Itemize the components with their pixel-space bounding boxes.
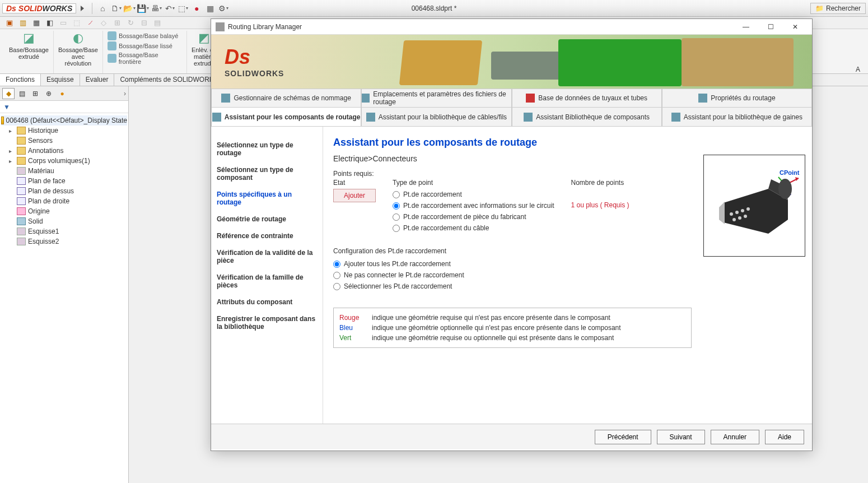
wizard-step[interactable]: Référence de contrainte [216, 227, 318, 244]
tab-cable-library-wizard[interactable]: Assistant pour la bibliothèque de câbles… [361, 108, 511, 127]
radio-input[interactable] [333, 283, 340, 290]
tab-routing-props[interactable]: Propriétés du routage [662, 89, 812, 108]
config-manager-tab[interactable]: ⊞ [29, 88, 41, 99]
tree-item[interactable]: Sensors [1, 136, 127, 146]
wizard-step[interactable]: Vérification de la validité de la pièce [216, 244, 318, 269]
tab-conduit-library-wizard[interactable]: Assistant pour la bibliothèque de gaines [662, 108, 812, 127]
radio-input[interactable] [333, 261, 340, 268]
config-option[interactable]: Sélectionner les Pt.de raccordement [333, 281, 802, 292]
tree-item[interactable]: ▸Corps volumiques(1) [1, 156, 127, 166]
radio-input[interactable] [393, 213, 400, 221]
open-file-icon[interactable]: 📂▾ [124, 3, 134, 13]
tool-icon-2[interactable]: ⬚ [72, 18, 82, 28]
save-icon[interactable]: 💾▾ [138, 3, 148, 13]
options-icon[interactable]: ▦ [205, 3, 215, 13]
design-lib-icon[interactable]: ▥ [18, 18, 28, 28]
prev-button[interactable]: Précédent [595, 430, 651, 444]
minimize-button[interactable]: — [734, 20, 758, 34]
config-option[interactable]: Ajouter tous les Pt.de raccordement [333, 258, 802, 270]
menu-expand-icon[interactable] [81, 6, 84, 11]
tree-item[interactable]: Plan de droite [1, 196, 127, 206]
tool-icon-7[interactable]: ▤ [152, 18, 162, 28]
tool-icon-4[interactable]: ⊞ [112, 18, 122, 28]
expand-icon[interactable]: ▸ [9, 128, 15, 134]
wizard-step[interactable]: Géométrie de routage [216, 211, 318, 227]
component-wiz-icon [212, 113, 221, 122]
select-icon[interactable]: ⬚▾ [178, 3, 188, 13]
point-type-option[interactable]: Pt.de raccordement [393, 189, 554, 200]
tool-icon-6[interactable]: ⊟ [139, 18, 149, 28]
tab-complements[interactable]: Compléments de SOLIDWORKS [114, 74, 224, 86]
radio-input[interactable] [393, 225, 400, 232]
tree-item[interactable]: Origine [1, 206, 127, 216]
tab-esquisse[interactable]: Esquisse [41, 74, 80, 86]
feature-filter[interactable]: ▼ [0, 101, 128, 113]
config-option[interactable]: Ne pas connecter le Pt.de raccordement [333, 270, 802, 281]
point-type-option[interactable]: Pt.de raccordement avec informations sur… [393, 200, 554, 211]
banner-art [211, 35, 812, 89]
tab-evaluer[interactable]: Evaluer [80, 74, 115, 86]
tree-item[interactable]: Plan de face [1, 176, 127, 186]
tab-file-locations[interactable]: Emplacements et paramètres des fichiers … [361, 89, 511, 108]
display-manager-tab[interactable]: ● [56, 88, 68, 99]
document-title: 006468.sldprt * [412, 4, 457, 12]
ribbon-loft[interactable]: Bossage/Base lissé [108, 41, 172, 51]
tree-root[interactable]: 006468 (Défaut<<Défaut>_Display State [1, 115, 127, 126]
ribbon-boundary[interactable]: Bossage/Base frontière [108, 51, 182, 66]
undo-icon[interactable]: ↶▾ [165, 3, 175, 13]
tab-routing-component-wizard[interactable]: Assistant pour les composants de routage [211, 108, 361, 127]
rebuild-icon[interactable]: ● [192, 3, 202, 13]
svg-marker-7 [719, 202, 725, 224]
wizard-step[interactable]: Enregistrer le composant dans la bibliot… [216, 310, 318, 335]
close-button[interactable]: ✕ [783, 20, 808, 34]
add-button[interactable]: Ajouter [333, 189, 376, 202]
tool-icon-1[interactable]: ▭ [58, 18, 68, 28]
tool-icon-5[interactable]: ↻ [125, 18, 136, 28]
cancel-button[interactable]: Annuler [711, 430, 759, 444]
settings-icon[interactable]: ⚙▾ [218, 3, 228, 13]
task-pane-icon[interactable]: ▣ [4, 18, 15, 28]
prop-manager-tab[interactable]: ▤ [16, 88, 28, 99]
panel-expand-icon[interactable]: › [124, 90, 126, 97]
custom-props-icon[interactable]: ◧ [45, 18, 55, 28]
tree-item[interactable]: Esquisse2 [1, 236, 127, 247]
home-icon[interactable]: ⌂ [97, 3, 108, 13]
maximize-button[interactable]: ☐ [758, 20, 783, 34]
wizard-step[interactable]: Sélectionnez un type de composant [216, 161, 318, 186]
tab-fonctions[interactable]: Fonctions [0, 74, 41, 86]
expand-icon[interactable]: ▸ [9, 158, 15, 164]
preview-box: CPoint [703, 155, 805, 257]
feature-tree-tab[interactable]: ◆ [2, 88, 15, 99]
search-button[interactable]: 📁 Rechercher [810, 3, 866, 14]
measure-icon[interactable]: ⟋ [85, 18, 95, 28]
point-type-option[interactable]: Pt.de raccordement du câble [393, 222, 554, 234]
tree-item[interactable]: Plan de dessus [1, 186, 127, 196]
wizard-step[interactable]: Attributs du composant [216, 294, 318, 310]
print-icon[interactable]: 🖶▾ [151, 3, 161, 13]
wizard-step[interactable]: Sélectionnez un type de routage [216, 137, 318, 161]
tool-icon-3[interactable]: ◇ [99, 18, 109, 28]
tab-naming-schemes[interactable]: Gestionnaire de schémas de nommage [211, 89, 361, 108]
wizard-step[interactable]: Points spécifiques à un routage [216, 186, 318, 211]
tab-component-library-wizard[interactable]: Assistant Bibliothèque de composants [512, 108, 662, 127]
ribbon-revolve[interactable]: ◐ Bossage/Base avec révolution [54, 31, 103, 73]
tree-item[interactable]: Solid [1, 216, 127, 226]
tree-item[interactable]: Matériau [1, 166, 127, 176]
tree-item[interactable]: Esquisse1 [1, 226, 127, 236]
radio-input[interactable] [333, 272, 340, 279]
expand-icon[interactable]: ▸ [9, 148, 15, 154]
ribbon-extrude[interactable]: ◪ Base/Bossage extrudé [4, 31, 54, 73]
point-type-option[interactable]: Pt.de raccordement de pièce du fabricant [393, 211, 554, 222]
dim-manager-tab[interactable]: ⊕ [43, 88, 55, 99]
tree-item[interactable]: ▸Historique [1, 126, 127, 136]
radio-input[interactable] [393, 191, 400, 198]
tab-pipe-db[interactable]: Base de données de tuyaux et tubes [512, 89, 662, 108]
ribbon-sweep[interactable]: Bossage/Base balayé [108, 31, 178, 41]
new-file-icon[interactable]: 🗋▾ [111, 3, 121, 13]
tree-item[interactable]: ▸Annotations [1, 146, 127, 156]
help-button[interactable]: Aide [765, 430, 804, 444]
next-button[interactable]: Suivant [657, 430, 705, 444]
appearances-icon[interactable]: ▦ [31, 18, 41, 28]
radio-input[interactable] [393, 202, 400, 210]
wizard-step[interactable]: Vérification de la famille de pièces [216, 269, 318, 294]
